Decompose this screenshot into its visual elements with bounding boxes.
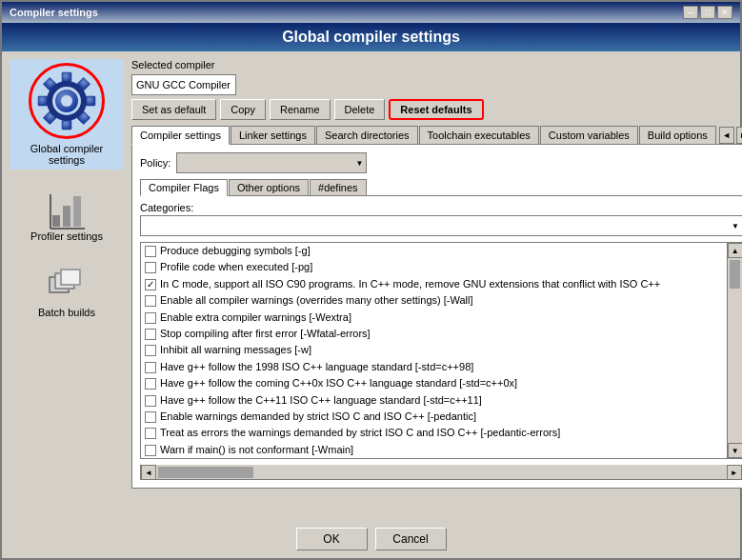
flag-text-6: Inhibit all warning messages [-w] — [160, 343, 723, 357]
flag-item-10: Enable warnings demanded by strict ISO C… — [141, 409, 727, 425]
inner-tab-other-options[interactable]: Other options — [229, 179, 309, 195]
flag-text-11: Treat as errors the warnings demanded by… — [160, 426, 723, 440]
policy-label: Policy: — [140, 157, 170, 169]
h-scroll-thumb[interactable] — [158, 467, 253, 478]
categories-label: Categories: — [140, 202, 742, 213]
flag-checkbox-6[interactable] — [145, 345, 156, 356]
rename-button[interactable]: Rename — [270, 99, 331, 120]
flag-item-8: Have g++ follow the coming C++0x ISO C++… — [141, 375, 727, 391]
reset-defaults-button[interactable]: Reset defaults — [389, 99, 483, 120]
batch-builds-label: Batch builds — [38, 307, 95, 318]
h-scroll-track — [156, 465, 727, 479]
maximize-button[interactable]: □ — [700, 6, 715, 19]
flag-item-6: Inhibit all warning messages [-w] — [141, 342, 727, 358]
close-button[interactable]: ✕ — [717, 6, 732, 19]
delete-button[interactable]: Delete — [334, 99, 386, 120]
flag-checkbox-2[interactable]: ✓ — [145, 279, 156, 290]
tab-build-options[interactable]: Build options — [639, 126, 716, 144]
flag-text-0: Produce debugging symbols [-g] — [160, 244, 723, 258]
flag-checkbox-7[interactable] — [145, 362, 156, 373]
svg-rect-4 — [38, 96, 48, 106]
flag-checkbox-11[interactable] — [145, 428, 156, 439]
svg-rect-21 — [62, 270, 79, 284]
flag-text-1: Profile code when executed [-pg] — [160, 260, 723, 274]
flag-text-3: Enable all compiler warnings (overrides … — [160, 293, 723, 308]
categories-dropdown-wrapper — [140, 215, 742, 236]
svg-rect-11 — [52, 215, 60, 227]
settings-content: Policy: Compiler Flags Other options #de… — [131, 145, 742, 489]
title-bar-controls: ─ □ ✕ — [683, 6, 732, 19]
set-as-default-button[interactable]: Set as default — [131, 99, 216, 120]
svg-rect-12 — [63, 206, 70, 227]
scroll-up-button[interactable]: ▲ — [728, 243, 742, 258]
profiler-label: Profiler settings — [30, 230, 103, 242]
compiler-selector: Selected compiler GNU GCC Compiler Set a… — [131, 59, 742, 120]
flag-item-2: ✓In C mode, support all ISO C90 programs… — [141, 276, 727, 292]
tab-compiler-settings[interactable]: Compiler settings — [131, 126, 230, 145]
sidebar-item-profiler[interactable]: Profiler settings — [10, 183, 124, 246]
inner-tab-bar: Compiler Flags Other options #defines — [140, 179, 742, 196]
outer-tabs-area: Compiler settings Linker settings Search… — [131, 126, 742, 489]
gear-icon — [33, 68, 100, 134]
h-scroll-right-button[interactable]: ► — [727, 465, 742, 480]
flag-checkbox-1[interactable] — [145, 262, 156, 273]
cancel-button[interactable]: Cancel — [375, 528, 447, 550]
profiler-icon — [45, 187, 89, 230]
horizontal-scrollbar: ◄ ► — [140, 465, 742, 480]
tab-toolchain-executables[interactable]: Toolchain executables — [419, 126, 539, 144]
vertical-scrollbar: ▲ ▼ — [727, 243, 742, 458]
sidebar-item-global-compiler[interactable]: Global compiler settings — [10, 59, 124, 170]
flag-text-2: In C mode, support all ISO C90 programs.… — [160, 277, 723, 291]
tab-nav-prev[interactable]: ◄ — [719, 127, 734, 144]
compiler-row: GNU GCC Compiler — [131, 74, 742, 95]
flag-item-0: Produce debugging symbols [-g] — [141, 243, 727, 259]
flag-checkbox-10[interactable] — [145, 411, 156, 423]
flag-item-9: Have g++ follow the C++11 ISO C++ langua… — [141, 392, 727, 409]
tab-nav-next[interactable]: ► — [736, 127, 742, 144]
flag-text-12: Warn if main() is not conformant [-Wmain… — [160, 443, 723, 457]
flag-checkbox-5[interactable] — [145, 329, 156, 340]
inner-tab-compiler-flags[interactable]: Compiler Flags — [140, 179, 228, 196]
flag-text-5: Stop compiling after first error [-Wfata… — [160, 327, 723, 341]
compiler-dropdown[interactable]: GNU GCC Compiler — [131, 74, 236, 95]
flag-text-10: Enable warnings demanded by strict ISO C… — [160, 410, 723, 424]
flags-list: Produce debugging symbols [-g]Profile co… — [141, 243, 727, 458]
footer: OK Cancel — [2, 520, 740, 558]
flag-text-8: Have g++ follow the coming C++0x ISO C++… — [160, 376, 723, 390]
svg-rect-2 — [62, 72, 71, 82]
policy-dropdown-wrapper — [176, 152, 367, 173]
sidebar-item-batch-builds[interactable]: Batch builds — [10, 259, 124, 322]
scroll-thumb[interactable] — [730, 260, 740, 289]
compiler-settings-window: Compiler settings ─ □ ✕ Global compiler … — [0, 0, 742, 560]
flag-item-4: Enable extra compiler warnings [-Wextra] — [141, 310, 727, 326]
copy-button[interactable]: Copy — [220, 99, 266, 120]
inner-tab-defines[interactable]: #defines — [310, 179, 367, 195]
dialog-title: Global compiler settings — [2, 23, 740, 51]
minimize-button[interactable]: ─ — [683, 6, 698, 19]
tab-linker-settings[interactable]: Linker settings — [231, 126, 315, 144]
flag-checkbox-0[interactable] — [145, 246, 156, 257]
svg-rect-3 — [62, 120, 71, 130]
tab-search-directories[interactable]: Search directories — [316, 126, 418, 144]
flag-checkbox-12[interactable] — [145, 445, 156, 456]
tab-custom-variables[interactable]: Custom variables — [540, 126, 638, 144]
flag-checkbox-8[interactable] — [145, 378, 156, 390]
left-panel: Global compiler settings Profiler settin… — [10, 59, 124, 512]
ok-button[interactable]: OK — [296, 528, 368, 550]
flag-checkbox-3[interactable] — [145, 295, 156, 307]
flag-checkbox-9[interactable] — [145, 395, 156, 407]
policy-dropdown[interactable] — [176, 152, 367, 173]
svg-rect-13 — [73, 196, 81, 227]
batch-builds-icon — [45, 263, 89, 307]
compiler-dropdown-wrapper: GNU GCC Compiler — [131, 74, 742, 95]
flag-item-12: Warn if main() is not conformant [-Wmain… — [141, 442, 727, 458]
flag-item-5: Stop compiling after first error [-Wfata… — [141, 326, 727, 342]
h-scroll-left-button[interactable]: ◄ — [141, 465, 156, 480]
categories-dropdown[interactable] — [140, 215, 742, 236]
flag-text-7: Have g++ follow the 1998 ISO C++ languag… — [160, 360, 723, 374]
flag-item-3: Enable all compiler warnings (overrides … — [141, 292, 727, 309]
scroll-down-button[interactable]: ▼ — [728, 443, 742, 458]
scroll-track — [728, 258, 742, 443]
flag-checkbox-4[interactable] — [145, 312, 156, 324]
flags-list-container: Produce debugging symbols [-g]Profile co… — [140, 242, 742, 459]
